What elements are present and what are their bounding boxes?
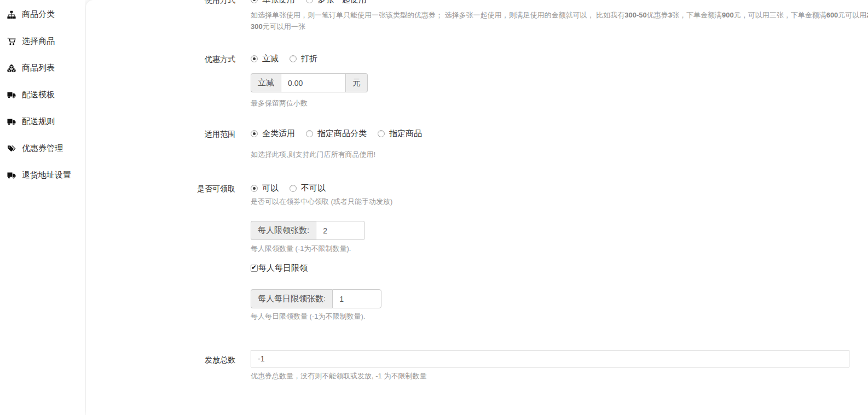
truck-icon [6, 171, 17, 180]
coupon-form-panel: 使用方式 单张使用 多张一起使用 如选择单张使用，则一笔订单只能使用一张该类型的… [86, 0, 868, 415]
radio-option-specified-products[interactable]: 指定商品 [378, 128, 422, 139]
total-issued-help: 优惠券总数量，没有则不能领取或发放, -1 为不限制数量 [251, 371, 868, 382]
form-row-discount-type: 优惠方式 立减 打折 立减 元 最多保留两位小数 [86, 52, 868, 109]
per-user-limit-group: 每人限领张数: [251, 221, 365, 240]
sidebar-item-label: 退货地址设置 [22, 170, 71, 180]
sidebar-item-product-list[interactable]: 商品列表 [0, 55, 85, 81]
radio-option-percent-off[interactable]: 打折 [290, 54, 317, 64]
per-day-limit-help: 每人每日限领数量 (-1为不限制数量). [251, 311, 868, 322]
cubes-icon [6, 64, 17, 73]
radio-option-claimable-no[interactable]: 不可以 [290, 183, 326, 194]
per-user-limit-input[interactable] [316, 221, 365, 240]
per-day-limit-addon: 每人每日限领张数: [251, 289, 332, 308]
total-issued-input[interactable] [251, 350, 849, 367]
daily-limit-checkbox-label: 每人每日限领 [258, 263, 308, 273]
radio-icon [306, 130, 313, 137]
tags-icon [6, 144, 17, 153]
claimable-help: 是否可以在领券中心领取 (或者只能手动发放) [251, 196, 868, 207]
discount-amount-addon-left: 立减 [251, 73, 281, 92]
radio-option-instant-reduction[interactable]: 立减 [251, 54, 279, 64]
form-row-usage-mode: 使用方式 单张使用 多张一起使用 如选择单张使用，则一笔订单只能使用一张该类型的… [86, 0, 868, 33]
sitemap-icon [6, 10, 17, 19]
scope-label: 适用范围 [86, 127, 251, 160]
form-row-scope: 适用范围 全类适用 指定商品分类 指定商品 如选择此 [86, 127, 868, 160]
sidebar-item-label: 配送模板 [22, 90, 55, 100]
radio-icon [290, 185, 297, 192]
radio-icon [306, 0, 313, 3]
total-issued-label: 发放总数 [86, 350, 251, 382]
radio-option-single-use[interactable]: 单张使用 [251, 0, 295, 5]
sidebar-item-label: 优惠券管理 [22, 143, 63, 154]
per-day-limit-input[interactable] [332, 289, 381, 308]
radio-icon [251, 130, 258, 137]
per-user-limit-help: 每人限领数量 (-1为不限制数量). [251, 243, 868, 254]
sidebar-item-delivery-template[interactable]: 配送模板 [0, 81, 85, 108]
discount-amount-help: 最多保留两位小数 [251, 98, 868, 109]
per-user-limit-addon: 每人限领张数: [251, 221, 316, 240]
sidebar-item-label: 商品分类 [22, 9, 55, 20]
sidebar-item-label: 商品列表 [22, 63, 55, 73]
sidebar-item-label: 选择商品 [22, 36, 55, 46]
radio-option-multi-use[interactable]: 多张一起使用 [306, 0, 367, 5]
radio-option-all-categories[interactable]: 全类适用 [251, 128, 295, 139]
usage-mode-help-line1: 如选择单张使用，则一笔订单只能使用一张该类型的优惠券； 选择多张一起使用，则满足… [251, 10, 868, 21]
sidebar-item-return-address-settings[interactable]: 退货地址设置 [0, 162, 85, 189]
usage-mode-help-line2: 300元可以用一张 [251, 21, 868, 33]
sidebar-item-coupon-management[interactable]: 优惠券管理 [0, 135, 85, 162]
cart-icon [6, 37, 17, 46]
radio-option-claimable-yes[interactable]: 可以 [251, 183, 279, 194]
form-row-total-issued: 发放总数 优惠券总数量，没有则不能领取或发放, -1 为不限制数量 [86, 350, 868, 382]
daily-limit-checkbox-row[interactable]: 每人每日限领 [251, 262, 868, 273]
radio-option-specified-categories[interactable]: 指定商品分类 [306, 128, 367, 139]
discount-amount-group: 立减 元 [251, 73, 368, 92]
radio-icon [290, 55, 297, 62]
sidebar-item-product-categories[interactable]: 商品分类 [0, 1, 85, 28]
page: 商品分类 选择商品 商品列表 配送模板 配送规则 [0, 0, 868, 415]
radio-icon [251, 0, 258, 3]
sidebar-item-select-products[interactable]: 选择商品 [0, 28, 85, 55]
sidebar-item-label: 配送规则 [22, 116, 55, 127]
discount-amount-input[interactable] [281, 73, 346, 92]
truck-icon [6, 91, 17, 100]
usage-mode-label: 使用方式 [86, 0, 251, 33]
daily-limit-checkbox[interactable] [251, 265, 258, 272]
discount-amount-addon-right: 元 [346, 73, 368, 92]
form-row-claimable: 是否可领取 可以 不可以 是否可以在领券中心领取 (或者只能手动发放) 每人限领… [86, 182, 868, 322]
truck-icon [6, 118, 17, 126]
radio-icon [251, 55, 258, 62]
per-day-limit-group: 每人每日限领张数: [251, 289, 381, 308]
scope-help: 如选择此项,则支持此门店所有商品使用! [251, 149, 868, 160]
claimable-label: 是否可领取 [86, 182, 251, 322]
radio-icon [251, 185, 258, 192]
sidebar: 商品分类 选择商品 商品列表 配送模板 配送规则 [0, 0, 85, 415]
radio-icon [378, 130, 385, 137]
discount-type-label: 优惠方式 [86, 52, 251, 109]
sidebar-item-delivery-rules[interactable]: 配送规则 [0, 108, 85, 135]
